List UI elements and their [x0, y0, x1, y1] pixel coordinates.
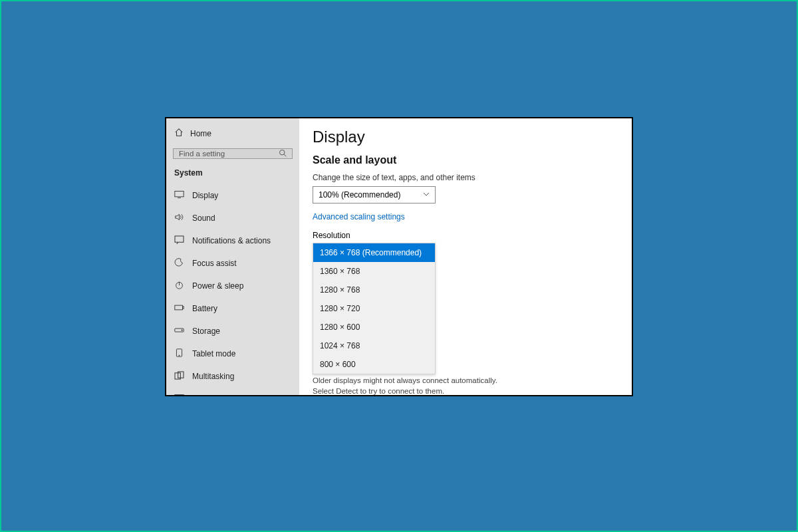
power-icon	[174, 281, 184, 291]
sidebar-item-storage[interactable]: Storage	[166, 320, 299, 342]
sidebar-item-notifications[interactable]: Notifications & actions	[166, 229, 299, 252]
advanced-scaling-link[interactable]: Advanced scaling settings	[313, 212, 405, 221]
sidebar-item-label: Tablet mode	[192, 349, 235, 358]
sidebar-item-label: Sound	[192, 213, 215, 223]
page-title: Display	[313, 128, 618, 146]
resolution-label: Resolution	[313, 231, 618, 240]
search-icon	[279, 149, 287, 158]
sidebar-item-label: Battery	[192, 304, 217, 313]
sidebar-item-label: Multitasking	[192, 372, 234, 381]
sidebar-item-battery[interactable]: Battery	[166, 297, 299, 320]
sidebar-item-label: Display	[192, 191, 218, 200]
svg-rect-4	[175, 305, 183, 310]
svg-rect-1	[175, 192, 184, 197]
scale-value: 100% (Recommended)	[319, 190, 400, 200]
sidebar-item-focus-assist[interactable]: Focus assist	[166, 252, 299, 275]
sidebar-item-label: Focus assist	[192, 259, 237, 268]
svg-point-9	[179, 355, 180, 356]
resolution-option[interactable]: 1024 × 768	[313, 336, 435, 355]
sidebar-item-multitasking[interactable]: Multitasking	[166, 365, 299, 388]
resolution-dropdown-expanded[interactable]: 1366 × 768 (Recommended) 1360 × 768 1280…	[313, 243, 436, 374]
sidebar-item-label: Notifications & actions	[192, 236, 271, 245]
storage-icon	[174, 326, 184, 336]
sidebar-item-projecting[interactable]: Projecting to this PC	[166, 388, 299, 396]
scale-dropdown[interactable]: 100% (Recommended)	[313, 186, 436, 203]
projecting-icon	[174, 394, 184, 396]
svg-rect-12	[175, 395, 184, 397]
section-heading: Scale and layout	[313, 154, 618, 166]
sidebar-item-sound[interactable]: Sound	[166, 207, 299, 229]
resolution-option[interactable]: 1360 × 768	[313, 262, 435, 281]
sidebar: Home Find a setting System Display Sound…	[166, 118, 299, 395]
sidebar-item-tablet-mode[interactable]: Tablet mode	[166, 342, 299, 365]
svg-point-0	[280, 150, 285, 156]
scale-label: Change the size of text, apps, and other…	[313, 173, 618, 182]
detect-hint: Older displays might not always connect …	[313, 376, 512, 395]
sidebar-item-label: Projecting to this PC	[192, 394, 265, 396]
sidebar-item-label: Power & sleep	[192, 281, 243, 291]
resolution-option[interactable]: 1366 × 768 (Recommended)	[313, 243, 435, 262]
search-input[interactable]: Find a setting	[173, 148, 293, 159]
sidebar-item-display[interactable]: Display	[166, 184, 299, 207]
resolution-option[interactable]: 1280 × 720	[313, 299, 435, 318]
chevron-down-icon	[423, 190, 430, 200]
resolution-option[interactable]: 1280 × 600	[313, 318, 435, 336]
svg-rect-5	[183, 307, 184, 309]
search-placeholder: Find a setting	[179, 150, 225, 158]
home-icon	[174, 128, 184, 139]
display-icon	[174, 190, 184, 201]
focus-icon	[174, 258, 184, 269]
settings-window: Home Find a setting System Display Sound…	[165, 117, 633, 396]
notifications-icon	[174, 235, 184, 246]
resolution-option[interactable]: 1280 × 768	[313, 281, 435, 299]
sidebar-category: System	[166, 167, 299, 184]
tablet-icon	[174, 348, 184, 359]
sidebar-item-power-sleep[interactable]: Power & sleep	[166, 275, 299, 297]
svg-point-7	[182, 330, 182, 331]
svg-rect-2	[175, 236, 184, 242]
multitasking-icon	[174, 371, 184, 382]
resolution-option[interactable]: 800 × 600	[313, 355, 435, 374]
home-label: Home	[190, 129, 211, 138]
main-content: Display Scale and layout Change the size…	[299, 118, 632, 395]
sidebar-item-label: Storage	[192, 327, 220, 336]
home-link[interactable]: Home	[166, 124, 299, 143]
battery-icon	[174, 303, 184, 314]
sound-icon	[174, 213, 184, 223]
